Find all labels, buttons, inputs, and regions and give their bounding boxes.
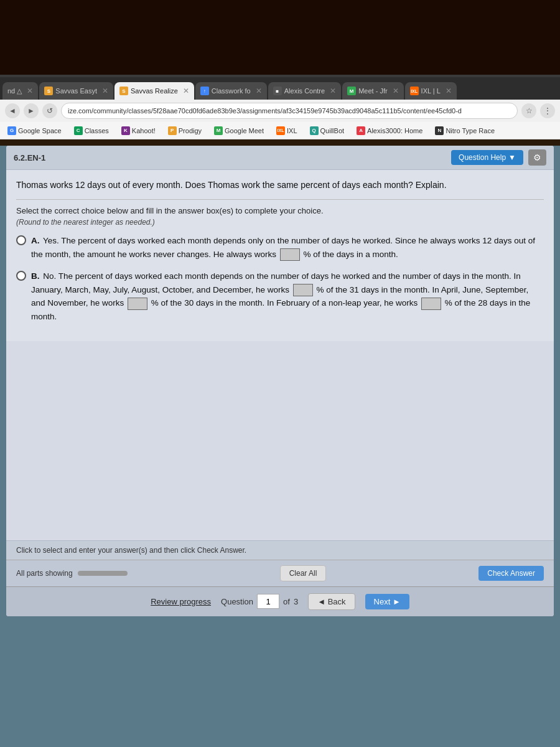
bottom-instruction-text: Click to select and enter your answer(s)… — [16, 546, 246, 555]
bookmark-ixl[interactable]: IXL IXL — [274, 125, 300, 136]
tab-savvas-realize-close[interactable]: ✕ — [183, 87, 189, 95]
browser-chrome: nd △ ✕ S Savvas Easyt ✕ S Savvas Realize… — [0, 75, 560, 139]
tab-alexis-label: Alexis Contre — [284, 87, 325, 95]
gear-icon: ⚙ — [533, 153, 541, 162]
settings-gear-button[interactable]: ⚙ — [528, 149, 546, 166]
bookmark-nitro[interactable]: N Nitro Type Race — [432, 125, 497, 136]
all-parts-row: All parts showing — [16, 569, 128, 578]
question-body: Thomas works 12 days out of every month.… — [6, 170, 554, 341]
navigation-row: Review progress Question of 3 ◄ Back Nex… — [6, 586, 554, 616]
tab-meet-icon: M — [347, 87, 356, 95]
bookmark-alexis3000[interactable]: A Alexis3000: Home — [354, 125, 425, 136]
tab-classwork-label: Classwork fo — [212, 87, 251, 95]
content-area: 6.2.EN-1 Question Help ▼ ⚙ Thomas works … — [0, 146, 560, 747]
choice-a-input-1[interactable] — [280, 248, 300, 261]
choice-a-text-2: % of the days in a month. — [303, 250, 398, 259]
tab-savvas-easyt[interactable]: S Savvas Easyt ✕ — [39, 82, 113, 100]
check-answer-button[interactable]: Check Answer — [478, 566, 544, 581]
tab-ixl-label: IXL | L — [421, 87, 441, 95]
bookmark-quillbot[interactable]: Q QuillBot — [307, 125, 347, 136]
desktop-background — [0, 0, 560, 75]
address-bar[interactable]: ize.com/community/classes/5f28aae70cd0fd… — [61, 103, 518, 119]
back-nav-button[interactable]: ◄ — [5, 103, 20, 118]
bookmark-quillbot-icon: Q — [310, 126, 319, 135]
tab-ixl[interactable]: IXL IXL | L ✕ — [405, 82, 457, 100]
choice-b-input-3[interactable] — [421, 298, 441, 310]
question-help-button[interactable]: Question Help ▼ — [451, 150, 523, 165]
tab-alexis[interactable]: ■ Alexis Contre ✕ — [268, 82, 341, 100]
address-bar-row: ◄ ► ↺ ize.com/community/classes/5f28aae7… — [0, 100, 560, 122]
tab-alexis-close[interactable]: ✕ — [330, 87, 336, 95]
reload-button[interactable]: ↺ — [42, 103, 57, 118]
bookmark-google-space-label: Google Space — [18, 127, 62, 134]
question-container: 6.2.EN-1 Question Help ▼ ⚙ Thomas works … — [6, 146, 554, 616]
help-dropdown-icon: ▼ — [508, 153, 516, 162]
tab-classwork[interactable]: ↑ Classwork fo ✕ — [195, 82, 267, 100]
bookmark-prodigy[interactable]: P Prodigy — [166, 125, 204, 136]
tab-savvas-realize-label: Savvas Realize — [131, 87, 178, 95]
bookmark-google-space[interactable]: G Google Space — [5, 125, 64, 136]
bookmark-classes-label: Classes — [85, 127, 109, 134]
tab-savvas-easyt-icon: S — [44, 87, 53, 95]
bookmark-classes[interactable]: C Classes — [72, 125, 111, 136]
question-total: 3 — [294, 597, 298, 606]
question-header: 6.2.EN-1 Question Help ▼ ⚙ — [6, 146, 554, 170]
choice-a-text: A. Yes. The percent of days worked each … — [31, 234, 544, 261]
bookmark-classes-icon: C — [74, 126, 83, 135]
question-text: Thomas works 12 days out of every month.… — [16, 179, 544, 192]
parts-progress-bar — [78, 571, 128, 576]
all-parts-label: All parts showing — [16, 569, 73, 578]
question-label: Question — [221, 597, 253, 606]
tab-savvas-easyt-label: Savvas Easyt — [55, 87, 97, 95]
content-spacer — [6, 341, 554, 540]
radio-b[interactable] — [16, 271, 26, 281]
bookmark-prodigy-icon: P — [168, 126, 177, 135]
tab-ixl-icon: IXL — [410, 87, 419, 95]
next-button[interactable]: Next ► — [365, 594, 409, 609]
tab-meet-close[interactable]: ✕ — [393, 87, 399, 95]
tab-ixl-close[interactable]: ✕ — [446, 87, 452, 95]
question-id: 6.2.EN-1 — [14, 153, 45, 162]
question-navigation: Question of 3 — [221, 594, 298, 609]
question-number-input[interactable] — [257, 594, 279, 609]
choice-b-input-1[interactable] — [293, 284, 313, 296]
question-help-label: Question Help — [459, 153, 506, 162]
tab-1-close[interactable]: ✕ — [27, 87, 33, 95]
forward-nav-button[interactable]: ► — [24, 103, 39, 118]
star-button[interactable]: ☆ — [521, 103, 536, 118]
bookmark-google-meet-icon: M — [214, 126, 223, 135]
tab-savvas-easyt-close[interactable]: ✕ — [102, 87, 108, 95]
choice-b-input-2[interactable] — [128, 298, 147, 310]
bookmark-alexis3000-label: Alexis3000: Home — [367, 127, 422, 134]
bottom-instruction: Click to select and enter your answer(s)… — [6, 540, 554, 560]
tab-meet-label: Meet - Jfr — [358, 87, 387, 95]
bookmark-nitro-label: Nitro Type Race — [446, 127, 495, 134]
back-button[interactable]: ◄ Back — [308, 593, 355, 610]
bookmarks-bar: G Google Space C Classes K Kahoot! P Pro… — [0, 122, 560, 139]
bookmark-ixl-icon: IXL — [276, 126, 285, 135]
choice-a-label: A. — [31, 236, 40, 245]
tab-classwork-close[interactable]: ✕ — [256, 87, 262, 95]
tab-alexis-icon: ■ — [273, 87, 282, 95]
tab-1-label: nd △ — [7, 87, 22, 95]
review-progress-button[interactable]: Review progress — [151, 597, 211, 606]
choice-a[interactable]: A. Yes. The percent of days worked each … — [16, 234, 544, 261]
choice-b[interactable]: B. No. The percent of days worked each m… — [16, 270, 544, 323]
tab-savvas-realize[interactable]: S Savvas Realize ✕ — [114, 82, 194, 100]
sub-instruction: (Round to the nearest integer as needed.… — [16, 218, 544, 227]
bookmark-prodigy-label: Prodigy — [179, 127, 202, 134]
radio-a[interactable] — [16, 235, 26, 245]
bookmark-ixl-label: IXL — [287, 127, 297, 134]
choice-b-text-3: % of the 30 days in the month. In Februa… — [151, 298, 420, 308]
tab-bar: nd △ ✕ S Savvas Easyt ✕ S Savvas Realize… — [0, 77, 560, 100]
address-text: ize.com/community/classes/5f28aae70cd0fd… — [68, 107, 462, 115]
clear-all-button[interactable]: Clear All — [280, 565, 327, 581]
bookmark-kahoot-icon: K — [121, 126, 130, 135]
tab-meet[interactable]: M Meet - Jfr ✕ — [342, 82, 403, 100]
menu-button[interactable]: ⋮ — [540, 103, 555, 118]
bookmark-kahoot[interactable]: K Kahoot! — [119, 125, 158, 136]
bookmark-nitro-icon: N — [435, 126, 444, 135]
bookmark-google-meet[interactable]: M Google Meet — [212, 125, 266, 136]
tab-1[interactable]: nd △ ✕ — [2, 82, 38, 100]
bookmark-quillbot-label: QuillBot — [320, 127, 345, 134]
